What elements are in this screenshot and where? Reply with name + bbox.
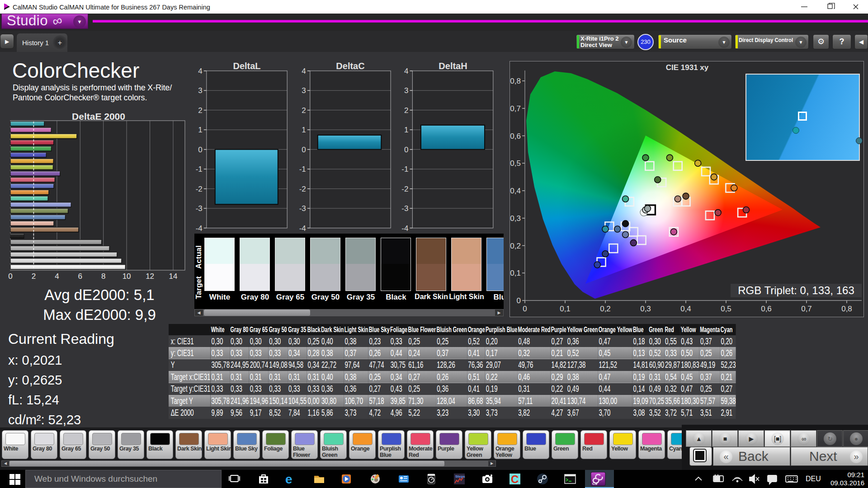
svg-text:4: 4 <box>198 67 202 75</box>
svg-text:0: 0 <box>302 145 306 154</box>
svg-text:-3: -3 <box>401 204 408 213</box>
svg-text:0,1: 0,1 <box>560 305 571 313</box>
svg-text:0,8: 0,8 <box>510 77 521 85</box>
svg-text:0: 0 <box>404 145 408 154</box>
svg-text:1: 1 <box>198 126 202 134</box>
svg-text:-2: -2 <box>196 185 203 193</box>
svg-text:-2: -2 <box>401 185 408 193</box>
svg-text:0,7: 0,7 <box>801 305 812 313</box>
svg-text:8: 8 <box>101 272 105 281</box>
svg-text:0,5: 0,5 <box>721 305 731 313</box>
svg-text:3: 3 <box>302 86 306 95</box>
svg-text:0,1: 0,1 <box>510 269 521 277</box>
svg-text:DeltaH: DeltaH <box>439 61 467 71</box>
svg-text:0,7: 0,7 <box>510 104 521 113</box>
svg-text:0,2: 0,2 <box>600 305 611 313</box>
svg-text:4: 4 <box>302 67 306 75</box>
svg-text:3: 3 <box>198 86 202 95</box>
svg-text:3: 3 <box>404 86 408 95</box>
svg-text:1: 1 <box>404 126 408 134</box>
svg-text:-4: -4 <box>196 224 203 233</box>
svg-text:12: 12 <box>146 272 154 281</box>
svg-text:2: 2 <box>198 106 202 115</box>
svg-text:10: 10 <box>123 272 131 281</box>
svg-text:0,3: 0,3 <box>510 214 521 223</box>
svg-text:0,3: 0,3 <box>640 305 651 313</box>
svg-text:14: 14 <box>169 272 178 281</box>
svg-text:0,6: 0,6 <box>510 132 521 141</box>
svg-text:C: C <box>511 473 519 485</box>
svg-text:-1: -1 <box>196 165 203 174</box>
svg-text:2: 2 <box>404 106 408 115</box>
svg-text:0,5: 0,5 <box>510 159 521 168</box>
svg-text:6: 6 <box>78 272 82 281</box>
svg-text:4: 4 <box>55 272 59 281</box>
svg-text:2: 2 <box>32 272 36 281</box>
svg-text:DeltaL: DeltaL <box>233 61 260 71</box>
svg-text:0: 0 <box>198 145 202 154</box>
svg-text:0,2: 0,2 <box>510 242 521 250</box>
svg-text:0,4: 0,4 <box>680 305 691 313</box>
svg-text:-2: -2 <box>299 185 306 193</box>
svg-text:0: 0 <box>8 272 12 281</box>
svg-text:1: 1 <box>302 126 306 134</box>
svg-text:0: 0 <box>517 296 521 305</box>
svg-text:Steps: Steps <box>455 474 465 479</box>
svg-text:-4: -4 <box>401 224 408 233</box>
svg-text:-3: -3 <box>196 204 203 213</box>
svg-text:CS: CS <box>592 482 598 486</box>
svg-text:2: 2 <box>302 106 306 115</box>
svg-text:4: 4 <box>404 67 408 75</box>
svg-text:-4: -4 <box>299 224 306 233</box>
svg-text:DeltaC: DeltaC <box>336 61 364 71</box>
svg-text:0,4: 0,4 <box>510 187 521 195</box>
svg-text:0,8: 0,8 <box>841 305 852 313</box>
svg-text:0: 0 <box>523 305 527 313</box>
svg-text:0,6: 0,6 <box>761 305 772 313</box>
svg-text:-1: -1 <box>401 165 408 174</box>
svg-text:-1: -1 <box>299 165 306 174</box>
svg-text:e: e <box>285 472 292 486</box>
svg-text:-3: -3 <box>299 204 306 213</box>
